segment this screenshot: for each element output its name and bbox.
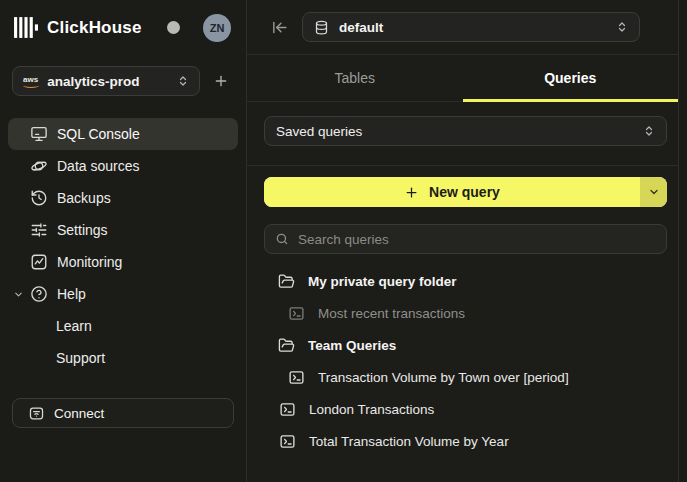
status-dot bbox=[167, 21, 180, 34]
service-name: analytics-prod bbox=[47, 74, 177, 89]
plus-icon bbox=[404, 185, 419, 200]
query-folder-label: My private query folder bbox=[308, 274, 457, 289]
service-select[interactable]: aws analytics-prod bbox=[12, 66, 200, 96]
sidebar-item-help[interactable]: Help bbox=[8, 278, 238, 310]
right-panel: default Tables Queries Saved queries bbox=[247, 0, 678, 482]
tab-label: Tables bbox=[335, 70, 375, 86]
chevron-updown-icon bbox=[177, 75, 189, 87]
aws-logo: aws bbox=[23, 76, 38, 84]
tab-tables[interactable]: Tables bbox=[247, 55, 463, 101]
query-item[interactable]: Total Transaction Volume by Year bbox=[264, 425, 667, 457]
sidebar-item-label: SQL Console bbox=[57, 126, 140, 142]
section-divider bbox=[247, 165, 678, 166]
query-item[interactable]: Transaction Volume by Town over [period] bbox=[264, 361, 667, 393]
terminal-query-icon bbox=[288, 369, 305, 386]
editor-edge-strip bbox=[678, 0, 687, 482]
queries-panel: Saved queries New query bbox=[247, 102, 678, 482]
help-circle-icon bbox=[30, 285, 48, 303]
sidebar-item-label: Learn bbox=[56, 318, 92, 334]
chevron-updown-icon bbox=[643, 125, 655, 137]
panel-topbar: default bbox=[247, 0, 678, 55]
plus-icon bbox=[213, 73, 229, 89]
chart-activity-icon bbox=[30, 253, 48, 271]
sidebar-item-label: Help bbox=[57, 286, 86, 302]
new-query-dropdown[interactable] bbox=[640, 177, 667, 207]
sidebar: ClickHouse ZN aws analytics-prod SQL Con… bbox=[0, 0, 247, 482]
search-box[interactable] bbox=[264, 224, 667, 254]
sidebar-item-data-sources[interactable]: Data sources bbox=[8, 150, 238, 182]
search-icon bbox=[275, 232, 289, 246]
sliders-icon bbox=[30, 221, 48, 239]
query-folder-label: Team Queries bbox=[308, 338, 396, 353]
app-title: ClickHouse bbox=[47, 18, 142, 38]
sidebar-item-label: Backups bbox=[57, 190, 111, 206]
connect-row: Connect bbox=[0, 374, 246, 428]
query-item[interactable]: Most recent transactions bbox=[264, 297, 667, 329]
chevron-down-icon bbox=[648, 186, 660, 198]
tab-label: Queries bbox=[544, 70, 596, 86]
clickhouse-logo-icon bbox=[13, 15, 38, 40]
monitor-icon bbox=[30, 125, 48, 143]
query-item-label: Total Transaction Volume by Year bbox=[309, 434, 509, 449]
orbit-icon bbox=[30, 157, 48, 175]
sidebar-item-label: Settings bbox=[57, 222, 108, 238]
new-query-main[interactable]: New query bbox=[264, 177, 640, 207]
new-query-label: New query bbox=[429, 184, 500, 200]
query-item[interactable]: London Transactions bbox=[264, 393, 667, 425]
sidebar-item-label: Data sources bbox=[57, 158, 139, 174]
terminal-query-icon bbox=[279, 401, 296, 418]
sidebar-item-support[interactable]: Support bbox=[8, 342, 238, 374]
service-row: aws analytics-prod bbox=[0, 55, 246, 96]
user-avatar[interactable]: ZN bbox=[203, 14, 231, 42]
add-service-button[interactable] bbox=[208, 73, 234, 89]
folder-open-icon bbox=[278, 337, 295, 354]
query-item-label: Most recent transactions bbox=[318, 306, 465, 321]
query-item-label: London Transactions bbox=[309, 402, 434, 417]
sidebar-header: ClickHouse ZN bbox=[0, 0, 246, 55]
database-select[interactable]: default bbox=[302, 12, 640, 42]
chevron-down-icon[interactable] bbox=[13, 289, 24, 300]
query-folder[interactable]: My private query folder bbox=[264, 265, 667, 297]
connect-signal-icon bbox=[28, 405, 45, 422]
sidebar-item-label: Support bbox=[56, 350, 105, 366]
chevron-updown-icon bbox=[616, 21, 628, 33]
terminal-query-icon bbox=[288, 305, 305, 322]
sidebar-item-learn[interactable]: Learn bbox=[8, 310, 238, 342]
new-query-button[interactable]: New query bbox=[264, 177, 667, 207]
database-name: default bbox=[339, 20, 616, 35]
sidebar-item-sql-console[interactable]: SQL Console bbox=[8, 118, 238, 150]
database-icon bbox=[314, 20, 329, 35]
tab-queries[interactable]: Queries bbox=[463, 55, 679, 101]
folder-open-icon bbox=[278, 273, 295, 290]
restore-history-icon bbox=[30, 189, 48, 207]
search-queries-input[interactable] bbox=[298, 232, 656, 247]
connect-button[interactable]: Connect bbox=[12, 398, 234, 428]
query-item-label: Transaction Volume by Town over [period] bbox=[318, 370, 569, 385]
collapse-panel-icon[interactable] bbox=[271, 19, 288, 36]
saved-queries-label: Saved queries bbox=[276, 124, 643, 139]
sidebar-item-settings[interactable]: Settings bbox=[8, 214, 238, 246]
sidebar-item-label: Monitoring bbox=[57, 254, 122, 270]
sidebar-item-monitoring[interactable]: Monitoring bbox=[8, 246, 238, 278]
tab-bar: Tables Queries bbox=[247, 55, 678, 102]
connect-label: Connect bbox=[54, 406, 104, 421]
sidebar-item-backups[interactable]: Backups bbox=[8, 182, 238, 214]
query-folder[interactable]: Team Queries bbox=[264, 329, 667, 361]
saved-queries-select[interactable]: Saved queries bbox=[264, 116, 667, 146]
query-list: My private query folder Most recent tran… bbox=[264, 265, 667, 457]
terminal-query-icon bbox=[279, 433, 296, 450]
sidebar-nav: SQL Console Data sources Backups Setting… bbox=[0, 118, 246, 374]
